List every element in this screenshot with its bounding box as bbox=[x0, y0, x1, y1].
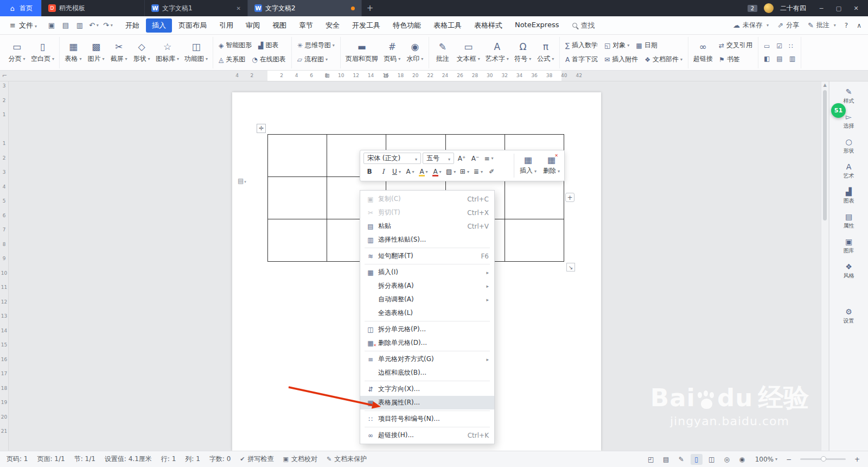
help-button[interactable]: ? bbox=[845, 22, 848, 29]
menubar-item-6[interactable]: 章节 bbox=[293, 18, 319, 33]
zoom-level-select[interactable]: 100% bbox=[755, 456, 777, 463]
ribbon-blankpage-button[interactable]: ▯空白页 bbox=[29, 37, 56, 68]
status-item-7[interactable]: ✔拼写检查 bbox=[240, 455, 273, 464]
zoom-slider-thumb[interactable] bbox=[821, 456, 826, 462]
ribbon-iconlib-button[interactable]: ☆图标库 bbox=[154, 37, 181, 68]
ribbon-funcdiag-button[interactable]: ◫功能图 bbox=[182, 37, 210, 68]
menubar-item-11[interactable]: 表格样式 bbox=[468, 18, 508, 33]
scrollbar-thumb[interactable] bbox=[823, 90, 827, 220]
ribbon-mindmap-button[interactable]: ✳思维导图 bbox=[295, 40, 337, 51]
ribbon-headerfooter-button[interactable]: ▬页眉和页脚 bbox=[343, 37, 380, 68]
sidebar-item-chart2[interactable]: ▟图表 bbox=[844, 188, 854, 205]
border-button[interactable]: ⊞ bbox=[458, 166, 470, 177]
ribbon-chart-button[interactable]: ▟图表 bbox=[256, 40, 281, 51]
multipage-icon[interactable]: ◫ bbox=[706, 454, 718, 465]
ribbon-relation-button[interactable]: ◬关系图 bbox=[216, 54, 248, 65]
format-painter-button[interactable]: ✐ bbox=[486, 166, 497, 177]
table-add-row-button[interactable]: + bbox=[565, 193, 575, 202]
table-insert-button[interactable]: ▦ 插入 bbox=[520, 156, 537, 175]
ribbon-docpart-button[interactable]: ❖文档部件 bbox=[642, 54, 685, 65]
font-size-select[interactable]: 五号 bbox=[423, 153, 454, 164]
ribbon-ctrl3-button[interactable]: ∷ bbox=[786, 41, 796, 51]
ribbon-pagenum-button[interactable]: #页码 bbox=[381, 37, 403, 68]
undo-button[interactable]: ↶ bbox=[87, 20, 101, 31]
zoom-slider[interactable] bbox=[800, 458, 846, 460]
table-delete-button[interactable]: ▦ 删除 bbox=[543, 156, 560, 175]
new-tab-button[interactable]: + bbox=[362, 0, 378, 16]
minimize-button[interactable]: ─ bbox=[813, 0, 830, 16]
close-button[interactable]: ✕ bbox=[847, 0, 865, 16]
ribbon-textbox-button[interactable]: ▭文本框 bbox=[455, 37, 482, 68]
table-move-handle[interactable]: ✛ bbox=[257, 124, 266, 133]
highlight-button[interactable]: A bbox=[418, 166, 430, 177]
ribbon-date-button[interactable]: ▦日期 bbox=[633, 40, 660, 51]
menubar-item-4[interactable]: 审阅 bbox=[240, 18, 266, 33]
ribbon-smartart-button[interactable]: ◈智能图形 bbox=[216, 40, 254, 51]
menubar-item-7[interactable]: 安全 bbox=[320, 18, 346, 33]
font-color-button[interactable]: A bbox=[431, 166, 443, 177]
ribbon-symbol-button[interactable]: Ω符号 bbox=[512, 37, 534, 68]
webview-icon[interactable]: ◎ bbox=[721, 454, 733, 465]
table-cell-r1c4[interactable] bbox=[505, 177, 564, 219]
ribbon-picture-button[interactable]: ▩图片 bbox=[85, 37, 107, 68]
ribbon-shapes-button[interactable]: ◇形状 bbox=[131, 37, 152, 68]
print-preview-button[interactable]: ▥ bbox=[73, 20, 87, 31]
readmode-icon[interactable]: ▤ bbox=[660, 454, 672, 465]
share-button[interactable]: ⇗分享 bbox=[777, 21, 799, 30]
menubar-item-5[interactable]: 视图 bbox=[266, 18, 292, 33]
comment-button[interactable]: ✎批注 bbox=[808, 21, 836, 30]
menubar-item-10[interactable]: 表格工具 bbox=[427, 18, 468, 33]
align-button[interactable]: ≣ bbox=[472, 166, 484, 177]
save-status[interactable]: ☁未保存 bbox=[733, 21, 769, 30]
italic-button[interactable]: I bbox=[377, 166, 389, 177]
eye-icon[interactable]: ◉ bbox=[736, 454, 748, 465]
context-menu-item-cut[interactable]: ✂剪切(T)Ctrl+X bbox=[360, 206, 494, 219]
context-menu-item-hyperlink[interactable]: ∞超链接(H)...Ctrl+K bbox=[360, 428, 494, 442]
ribbon-dropcap-button[interactable]: A首字下沉 bbox=[563, 54, 601, 65]
table-cell-r2c0[interactable] bbox=[268, 219, 327, 262]
menubar-item-12[interactable]: NoteExpress bbox=[509, 18, 565, 33]
context-menu-item-borders-shading[interactable]: 边框和底纹(B)... bbox=[360, 366, 494, 380]
context-menu-item-select-table[interactable]: 全选表格(L) bbox=[360, 306, 494, 320]
member-badge[interactable]: 51 bbox=[831, 103, 846, 118]
context-menu-item-bullets-numbering[interactable]: ∷项目符号和编号(N)... bbox=[360, 412, 494, 426]
ribbon-attach-button[interactable]: ✉插入附件 bbox=[602, 54, 641, 65]
ribbon-wordart-button[interactable]: A艺术字 bbox=[483, 37, 511, 68]
context-menu-item-table-properties[interactable]: ▦表格属性(R)... bbox=[360, 396, 494, 409]
ribbon-pagebreak-button[interactable]: ▭分页 bbox=[6, 37, 28, 68]
ribbon-ctrl6-button[interactable]: ▥ bbox=[787, 54, 798, 64]
context-menu-item-insert[interactable]: ▦插入(I)▸ bbox=[360, 266, 494, 279]
context-menu-item-text-direction[interactable]: ⇵文字方向(X)... bbox=[360, 382, 494, 396]
ribbon-bookmark-button[interactable]: ⚑书签 bbox=[716, 54, 743, 65]
table-cell-r1c0[interactable] bbox=[268, 177, 327, 219]
menubar-item-1[interactable]: 插入 bbox=[146, 18, 172, 33]
context-menu-item-paste-special[interactable]: ▥选择性粘贴(S)... bbox=[360, 233, 494, 247]
context-menu-item-copy[interactable]: ▣复制(C)Ctrl+C bbox=[360, 192, 494, 206]
status-item-8[interactable]: ▣文档校对 bbox=[283, 455, 317, 464]
ribbon-screenshot-button[interactable]: ✂截屏 bbox=[108, 37, 130, 68]
tab-document-2[interactable]: W文字文稿1✕ bbox=[145, 0, 248, 16]
decrease-font-button[interactable]: A⁻ bbox=[469, 153, 481, 164]
cell-shading-button[interactable]: ▨ bbox=[445, 166, 457, 177]
ribbon-watermark-button[interactable]: ◉水印 bbox=[404, 37, 426, 68]
tab-home[interactable]: ⌂首页 bbox=[0, 0, 42, 16]
sidebar-item-settings[interactable]: ⚙设置 bbox=[844, 308, 854, 325]
avatar[interactable] bbox=[764, 3, 774, 13]
pageview-icon[interactable]: ▯ bbox=[691, 454, 703, 465]
sidebar-item-select[interactable]: ▻选择 bbox=[844, 113, 854, 130]
sidebar-item-style[interactable]: ✎样式 bbox=[844, 88, 854, 105]
file-menu-button[interactable]: ≡ 文件 bbox=[4, 19, 42, 32]
horizontal-ruler[interactable]: ⌐ 42246810121416182022242628303234363840… bbox=[0, 71, 868, 81]
ribbon-formula-button[interactable]: π公式 bbox=[535, 37, 557, 68]
save-button[interactable]: ▣ bbox=[44, 20, 59, 31]
print-button[interactable]: ▤ bbox=[59, 20, 73, 31]
ribbon-link-button[interactable]: ∞超链接 bbox=[691, 37, 715, 68]
maximize-button[interactable]: ▢ bbox=[830, 0, 847, 16]
context-menu-item-paste[interactable]: ▤粘贴Ctrl+V bbox=[360, 219, 494, 233]
bold-button[interactable]: B bbox=[363, 166, 375, 177]
vertical-ruler[interactable]: 321123456789101112131415161718192021 bbox=[0, 81, 9, 451]
increase-font-button[interactable]: A⁺ bbox=[456, 153, 468, 164]
ribbon-onlinechart-button[interactable]: ◔在线图表 bbox=[249, 54, 288, 65]
table-cell-r2c4[interactable] bbox=[505, 219, 564, 262]
menubar-item-8[interactable]: 开发工具 bbox=[346, 18, 386, 33]
